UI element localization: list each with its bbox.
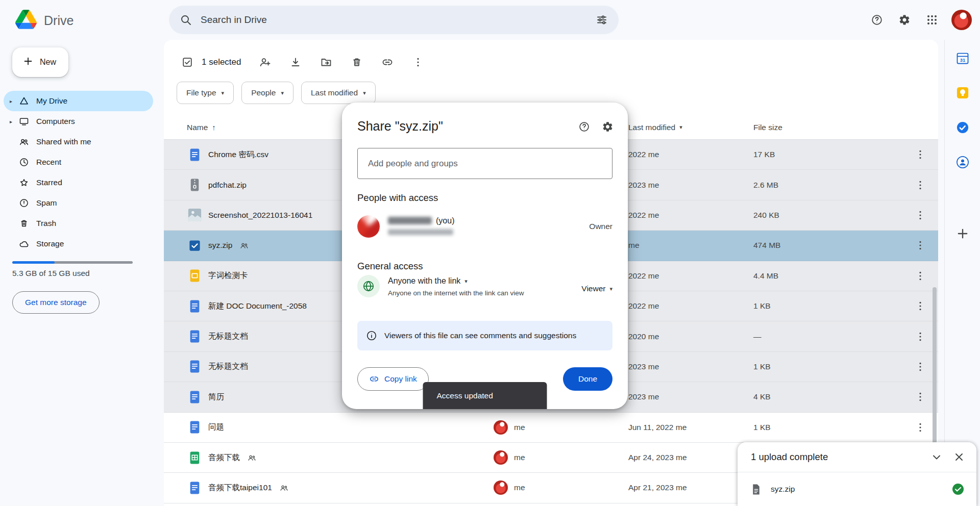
more-actions-button[interactable] xyxy=(910,235,930,256)
filter-chip-file-type[interactable]: File type ▾ xyxy=(177,82,234,104)
sidebar-item-my-drive[interactable]: ▸ My Drive xyxy=(4,91,153,111)
expand-caret-icon[interactable]: ▸ xyxy=(10,98,19,104)
info-icon xyxy=(366,330,377,341)
nav-icon xyxy=(19,218,29,229)
owner-email-redacted xyxy=(388,229,453,235)
access-description: Anyone on the internet with the link can… xyxy=(388,289,524,297)
filter-chip-last-modified[interactable]: Last modified ▾ xyxy=(301,82,376,104)
uploaded-file-name: syz.zip xyxy=(771,485,944,494)
apps-icon[interactable] xyxy=(920,8,944,32)
account-avatar[interactable] xyxy=(951,10,972,30)
add-people-input[interactable] xyxy=(357,148,612,179)
search-input[interactable] xyxy=(198,14,590,26)
role-dropdown[interactable]: Viewer ▾ xyxy=(581,280,612,297)
more-actions-button[interactable] xyxy=(910,417,930,438)
shared-people-icon xyxy=(247,453,257,463)
keep-icon[interactable] xyxy=(951,82,974,104)
sidebar-item-spam[interactable]: Spam xyxy=(4,193,153,213)
owner-avatar xyxy=(494,480,508,495)
last-modified: 2022 me xyxy=(628,211,753,220)
file-size: 4.4 MB xyxy=(753,271,902,281)
close-icon[interactable] xyxy=(948,446,970,468)
sidebar-item-computers[interactable]: ▸ Computers xyxy=(4,111,153,132)
sidebar-item-storage[interactable]: Storage xyxy=(4,234,153,254)
settings-icon[interactable] xyxy=(892,8,917,32)
plus-icon[interactable] xyxy=(951,222,974,245)
dialog-settings-icon[interactable] xyxy=(597,116,618,137)
search-icon[interactable] xyxy=(174,8,198,32)
chevron-down-icon: ▾ xyxy=(609,286,612,292)
modified-column-header[interactable]: Last modified ▾ xyxy=(628,123,753,132)
help-icon[interactable] xyxy=(865,8,889,32)
search-options-icon[interactable] xyxy=(590,8,614,32)
sidebar-item-shared-with-me[interactable]: Shared with me xyxy=(4,132,153,152)
banner-text: Viewers of this file can see comments an… xyxy=(384,331,576,340)
filter-chip-people[interactable]: People ▾ xyxy=(241,82,293,104)
more-actions-button[interactable] xyxy=(910,296,930,316)
more-actions-button[interactable] xyxy=(910,175,930,195)
sidebar-item-trash[interactable]: Trash xyxy=(4,213,153,234)
sidebar-item-recent[interactable]: Recent xyxy=(4,152,153,172)
owner-row: (you) Owner xyxy=(357,212,612,241)
nav-icon xyxy=(19,178,29,188)
file-name: 无标题文档 xyxy=(208,331,248,342)
search-bar xyxy=(169,6,619,34)
sidebar-item-starred[interactable]: Starred xyxy=(4,172,153,193)
sidebar: New ▸ My Drive ▸ Computers Shared with m… xyxy=(0,40,164,506)
name-header-label: Name xyxy=(187,123,208,132)
last-modified: 2022 me xyxy=(628,301,753,311)
move-icon[interactable] xyxy=(316,52,336,72)
selected-checkbox[interactable] xyxy=(187,238,202,253)
expand-caret-icon[interactable]: ▸ xyxy=(10,119,19,124)
done-button[interactable]: Done xyxy=(563,367,612,391)
more-actions-button[interactable] xyxy=(910,326,930,347)
sidebar-item-label: My Drive xyxy=(36,96,67,106)
new-button[interactable]: New xyxy=(12,47,68,77)
svg-text:31: 31 xyxy=(960,58,965,63)
owner-avatar xyxy=(494,450,508,465)
uploaded-file-row[interactable]: syz.zip xyxy=(738,472,976,506)
drive-brand[interactable]: Drive xyxy=(15,10,74,31)
shared-people-icon xyxy=(239,241,249,250)
trash-icon[interactable] xyxy=(347,52,367,72)
access-scope-dropdown[interactable]: Anyone with the link ▾ xyxy=(388,276,524,286)
chevron-down-icon[interactable] xyxy=(925,446,948,468)
clear-selection-checkbox[interactable] xyxy=(177,52,198,72)
last-modified: 2022 me xyxy=(628,271,753,281)
get-more-storage-button[interactable]: Get more storage xyxy=(12,291,100,314)
file-size: 474 MB xyxy=(753,241,902,250)
more-actions-button[interactable] xyxy=(910,144,930,165)
nav-icon xyxy=(19,157,29,167)
more-actions-button[interactable] xyxy=(910,357,930,377)
owner-avatar xyxy=(494,420,508,435)
last-modified: me xyxy=(628,241,753,250)
more-actions-button[interactable] xyxy=(910,387,930,407)
file-name: 音频下载 xyxy=(208,452,240,463)
add-people-icon[interactable] xyxy=(255,52,275,72)
last-modified: Apr 24, 2023 me xyxy=(628,453,753,462)
contacts-icon[interactable] xyxy=(951,151,974,173)
file-size: 240 KB xyxy=(753,211,902,220)
more-actions-button[interactable] xyxy=(910,205,930,225)
plus-icon xyxy=(22,56,34,69)
table-row[interactable]: 问题 me Jun 11, 2022 me 1 KB xyxy=(164,413,938,443)
sort-ascending-icon: ↑ xyxy=(212,123,216,132)
nav-icon xyxy=(19,198,29,208)
check-circle-icon xyxy=(952,483,964,495)
tasks-icon[interactable] xyxy=(951,116,974,139)
file-type-icon xyxy=(187,480,202,495)
dialog-help-icon[interactable] xyxy=(574,116,594,137)
sidebar-item-label: Trash xyxy=(36,219,56,228)
file-size: — xyxy=(753,332,902,341)
download-icon[interactable] xyxy=(285,52,306,72)
file-type-icon xyxy=(187,359,202,374)
copy-link-button[interactable]: Copy link xyxy=(357,367,429,391)
calendar-icon[interactable]: 31 xyxy=(951,47,974,69)
upload-panel-title: 1 upload complete xyxy=(751,451,925,463)
nav-icon xyxy=(19,239,29,249)
last-modified: 2023 me xyxy=(628,392,753,401)
link-icon[interactable] xyxy=(377,52,398,72)
sidebar-nav: ▸ My Drive ▸ Computers Shared with me Re… xyxy=(4,91,153,254)
more-icon[interactable] xyxy=(408,52,428,72)
more-actions-button[interactable] xyxy=(910,266,930,286)
